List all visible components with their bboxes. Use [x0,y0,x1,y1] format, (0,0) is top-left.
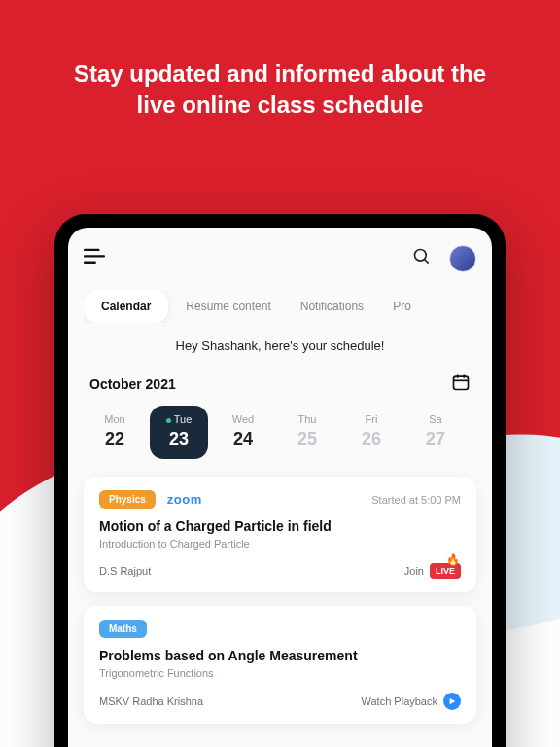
device-frame: Calendar Resume content Notifications Pr… [54,214,506,747]
tab-calendar[interactable]: Calendar [84,290,168,323]
day-label: Mon [86,413,144,425]
day-number: 26 [342,429,401,449]
hero-headline: Stay updated and informed about the live… [0,58,560,122]
active-dot-icon [166,418,171,423]
teacher-name: MSKV Radha Krishna [99,695,203,707]
svg-marker-9 [450,698,456,704]
day-number: 27 [406,429,465,449]
svg-line-4 [425,260,429,264]
tab-profile[interactable]: Pro [381,292,423,321]
app-screen: Calendar Resume content Notifications Pr… [68,228,492,747]
avatar[interactable] [449,245,476,272]
svg-rect-0 [84,249,100,251]
day-label: Fri [342,413,401,425]
menu-icon[interactable] [84,248,105,269]
svg-point-3 [415,250,427,262]
day-wed[interactable]: Wed 24 [214,406,272,459]
play-icon [443,693,461,710]
class-card-physics[interactable]: Physics zoom Started at 5:00 PM Motion o… [84,477,476,592]
svg-rect-1 [84,255,105,257]
day-number: 22 [86,429,144,449]
svg-rect-5 [454,376,469,389]
class-subtitle: Introduction to Charged Particle [99,538,461,550]
day-label: Tue [150,413,208,425]
join-label: Join [404,565,424,577]
teacher-name: D.S Rajput [99,565,151,577]
day-strip: Mon 22 Tue 23 Wed 24 Thu 25 Fri 26 Sa 27 [84,406,476,459]
day-label: Sa [406,413,465,425]
day-number: 25 [278,429,336,449]
subject-badge: Maths [99,620,147,638]
class-title: Problems based on Angle Measurement [99,648,461,663]
day-sat[interactable]: Sa 27 [406,406,465,459]
svg-rect-2 [84,262,96,264]
subject-badge: Physics [99,490,156,509]
day-fri[interactable]: Fri 26 [342,406,401,459]
class-subtitle: Trigonometric Functions [99,667,461,679]
day-thu[interactable]: Thu 25 [278,406,336,459]
join-button[interactable]: Join 🔥 LIVE [404,563,461,579]
day-mon[interactable]: Mon 22 [86,406,144,459]
day-label: Wed [214,413,272,425]
top-bar [84,245,476,272]
tab-notifications[interactable]: Notifications [289,292,375,321]
tab-bar: Calendar Resume content Notifications Pr… [84,290,476,323]
started-time: Started at 5:00 PM [371,494,461,506]
search-icon[interactable] [412,247,432,270]
day-tue-selected[interactable]: Tue 23 [150,406,208,459]
class-title: Motion of a Charged Particle in field [99,518,461,534]
tab-resume-content[interactable]: Resume content [174,292,282,321]
class-card-maths[interactable]: Maths Problems based on Angle Measuremen… [84,606,476,724]
live-badge: 🔥 LIVE [430,563,461,579]
greeting-text: Hey Shashank, here's your schedule! [84,338,476,353]
day-number: 23 [150,429,208,449]
watch-label: Watch Playback [362,695,438,707]
month-label: October 2021 [89,376,176,392]
watch-playback-button[interactable]: Watch Playback [362,693,461,710]
fire-icon: 🔥 [446,553,460,566]
day-label: Thu [278,413,336,425]
zoom-logo: zoom [167,492,202,507]
day-number: 24 [214,429,272,449]
calendar-icon[interactable] [451,373,471,396]
month-row: October 2021 [84,373,476,396]
